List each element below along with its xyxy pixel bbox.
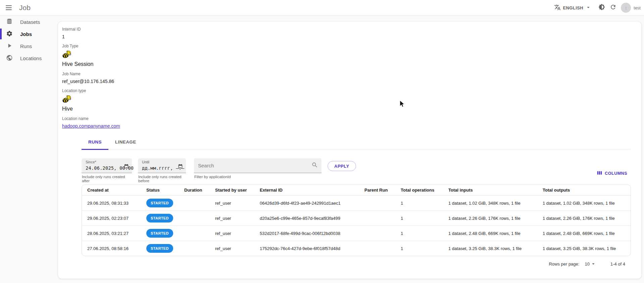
col-total-outputs: Total outputs [537,185,631,196]
col-status: Status [141,185,179,196]
run-total-inputs: 1 dataset, 3.25 GiB, 38.3K rows, 1 file [443,241,537,256]
run-created-at: 28.06.2025, 03:21:27 [82,226,141,241]
run-duration [179,241,210,256]
location-name-link[interactable]: hadoop.companyname.com [62,123,120,129]
sidebar-item-label: Runs [20,43,32,49]
runs-table: Created at Status Duration Started by us… [82,185,631,256]
col-started-by-user: Started by user [210,185,254,196]
location-type-value: Hive [62,105,120,112]
brightness-icon [598,4,605,12]
col-parent-run: Parent Run [359,185,395,196]
table-header-row: Created at Status Duration Started by us… [82,185,631,196]
user-name: test [634,5,641,10]
search-icon [311,162,318,170]
menu-icon[interactable] [6,4,14,12]
run-duration [179,211,210,226]
calendar-icon[interactable] [178,164,183,170]
run-total-outputs: 1 dataset, 2.26 GiB, 176K rows, 1 file [537,211,631,226]
rows-per-page-value: 10 [585,261,589,267]
run-parent-run [359,241,395,256]
search-input[interactable] [198,163,311,168]
run-status-cell: STARTED [141,211,179,226]
internal-id-value: 1 [62,34,120,40]
columns-button[interactable]: COLUMNS [597,170,627,177]
table-row[interactable]: 27.06.2025, 08:58:16 STARTED ref_user 17… [82,241,631,256]
language-selector[interactable]: ENGLISH [554,4,591,12]
run-total-inputs: 1 dataset, 1.02 GiB, 348K rows, 1 file [443,196,537,211]
since-datetime-input[interactable]: Since* 24.06.2025, 00:00 [82,158,132,173]
run-total-inputs: 1 dataset, 2.26 GiB, 176K rows, 1 file [443,211,537,226]
col-total-operations: Total operations [395,185,443,196]
since-helper: Include only runs created after [82,175,132,183]
run-total-operations: 1 [395,196,443,211]
avatar: t [621,3,631,13]
status-badge: STARTED [146,199,173,207]
apply-button[interactable]: APPLY [328,161,356,171]
job-name-label: Job Name [62,71,120,77]
run-total-inputs: 1 dataset, 2.48 GiB, 669K rows, 1 file [443,226,537,241]
run-started-by-user: ref_user [210,226,254,241]
database-icon [6,18,13,26]
search-input-wrap [194,158,321,173]
theme-toggle-button[interactable] [596,2,607,13]
run-external-id: 06426d39-d6fd-4f23-ae49-242991d1aec1 [254,196,359,211]
job-type-label: Job Type [62,43,120,49]
col-duration: Duration [179,185,210,196]
pagination: Rows per page: 10 1-4 of 4 [549,261,625,267]
run-total-operations: 1 [395,226,443,241]
location-type-label: Location type [62,88,120,93]
run-total-operations: 1 [395,211,443,226]
gear-icon [6,30,13,38]
run-parent-run [359,196,395,211]
rows-per-page-label: Rows per page: [549,261,579,267]
run-status-cell: STARTED [141,196,179,211]
tab-bar: RUNS LINEAGE [82,134,631,150]
sidebar-item-jobs[interactable]: Jobs [0,28,58,40]
sidebar: Datasets Jobs Runs Locations [0,16,58,64]
active-indicator [0,29,2,39]
status-badge: STARTED [146,229,173,238]
tab-runs[interactable]: RUNS [82,134,108,150]
job-name-value: ref_user@10.176.145.86 [62,78,120,84]
run-total-operations: 1 [395,241,443,256]
table-row[interactable]: 28.06.2025, 03:21:27 STARTED ref_user 53… [82,226,631,241]
table-row[interactable]: 29.06.2025, 02:23:07 STARTED ref_user d2… [82,211,631,226]
until-datetime-input[interactable]: Until дд.мм.гггг, –:– [138,158,186,173]
calendar-icon[interactable] [124,164,129,170]
run-status-cell: STARTED [141,226,179,241]
sidebar-item-locations[interactable]: Locations [0,52,58,64]
run-duration [179,196,210,211]
rows-per-page-select[interactable]: 10 [585,261,596,267]
run-status-cell: STARTED [141,241,179,256]
user-menu[interactable]: t test [621,3,641,13]
sidebar-item-label: Locations [20,55,42,61]
run-total-outputs: 1 dataset, 2.48 GiB, 669K rows, 1 file [537,226,631,241]
run-total-outputs: 1 dataset, 3.25 GiB, 38.3K rows, 1 file [537,241,631,256]
sidebar-item-label: Jobs [20,31,32,37]
run-parent-run [359,211,395,226]
app-bar: Job ENGLISH t test [0,0,644,16]
page-title: Job [19,4,31,12]
run-started-by-user: ref_user [210,211,254,226]
run-total-outputs: 1 dataset, 1.02 GiB, 348K rows, 1 file [537,196,631,211]
globe-icon [6,54,13,62]
table-row[interactable]: 29.06.2025, 08:31:33 STARTED ref_user 06… [82,196,631,211]
sidebar-item-datasets[interactable]: Datasets [0,16,58,28]
tab-lineage[interactable]: LINEAGE [108,134,143,150]
status-badge: STARTED [146,214,173,223]
columns-label: COLUMNS [605,171,627,176]
pagination-range: 1-4 of 4 [610,261,625,267]
search-helper: Filter by applicationId [194,175,321,179]
status-badge: STARTED [146,244,173,253]
until-field-group: Until дд.мм.гггг, –:– Include only runs … [138,158,186,183]
run-created-at: 29.06.2025, 08:31:33 [82,196,141,211]
until-label: Until [142,160,183,164]
play-icon [6,42,13,50]
run-external-id: 532d2017-68fe-499d-9cac-006f12bd0038 [254,226,359,241]
sidebar-item-runs[interactable]: Runs [0,40,58,52]
caret-down-icon [590,261,596,267]
since-field-group: Since* 24.06.2025, 00:00 Include only ru… [82,158,132,183]
refresh-button[interactable] [607,2,619,13]
runs-filters: Since* 24.06.2025, 00:00 Include only ru… [82,158,356,183]
columns-icon [597,170,602,177]
